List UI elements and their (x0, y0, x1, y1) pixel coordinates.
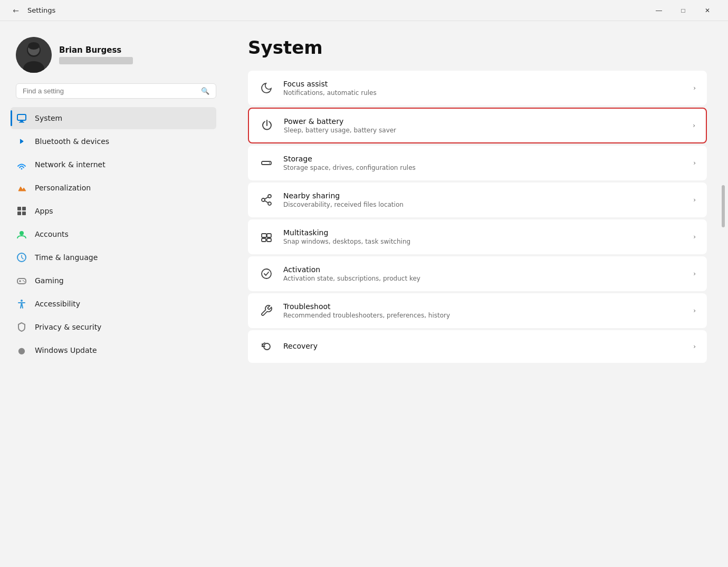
back-icon: ← (13, 6, 19, 15)
sidebar-item-label: Privacy & security (35, 323, 101, 331)
settings-item-text: Activation Activation state, subscriptio… (283, 265, 684, 282)
chevron-right-icon: › (693, 122, 695, 129)
svg-point-20 (21, 300, 23, 302)
sidebar-item-label: Gaming (35, 276, 64, 285)
svg-point-18 (23, 280, 24, 281)
settings-item-text: Recovery (283, 342, 684, 351)
svg-rect-12 (22, 212, 26, 215)
settings-item-title: Recovery (283, 342, 684, 350)
sidebar-item-label: Personalization (35, 184, 91, 192)
settings-item-title: Troubleshoot (283, 302, 684, 311)
svg-point-13 (20, 231, 24, 235)
sidebar-item-system[interactable]: System (11, 107, 216, 129)
personalization-icon (16, 182, 27, 194)
app-title: Settings (27, 6, 55, 14)
scrollbar-track[interactable] (722, 21, 725, 567)
settings-item-activation[interactable]: Activation Activation state, subscriptio… (248, 256, 707, 291)
sidebar-item-windows-update[interactable]: ● Windows Update (11, 339, 216, 361)
sharing-icon (259, 193, 274, 207)
recovery-icon (259, 339, 274, 354)
sidebar-item-label: Accessibility (35, 300, 80, 308)
power-icon (260, 118, 274, 133)
user-email (59, 57, 133, 64)
settings-item-troubleshoot[interactable]: Troubleshoot Recommended troubleshooters… (248, 293, 707, 328)
bluetooth-icon (16, 136, 27, 147)
search-icon: 🔍 (201, 87, 209, 95)
settings-item-recovery[interactable]: Recovery › (248, 330, 707, 363)
svg-point-30 (262, 269, 271, 278)
settings-item-nearby-sharing[interactable]: Nearby sharing Discoverability, received… (248, 182, 707, 217)
multitasking-icon (259, 229, 274, 244)
settings-item-subtitle: Notifications, automatic rules (283, 89, 684, 97)
settings-item-title: Multitasking (283, 228, 684, 237)
sidebar-item-apps[interactable]: Apps (11, 200, 216, 222)
settings-item-title: Power & battery (284, 117, 683, 126)
back-button[interactable]: ← (8, 3, 23, 18)
svg-rect-7 (19, 122, 24, 123)
app-container: Brian Burgess 🔍 System Bluetooth & devic… (0, 21, 728, 567)
svg-point-24 (262, 198, 265, 201)
sidebar-item-gaming[interactable]: Gaming (11, 270, 216, 292)
settings-item-power-battery[interactable]: Power & battery Sleep, battery usage, ba… (248, 108, 707, 143)
settings-item-storage[interactable]: Storage Storage space, drives, configura… (248, 146, 707, 180)
sidebar-item-bluetooth[interactable]: Bluetooth & devices (11, 130, 216, 152)
svg-rect-10 (22, 207, 26, 210)
chevron-right-icon: › (693, 84, 696, 92)
sidebar-item-label: Accounts (35, 230, 69, 238)
svg-rect-26 (262, 234, 266, 237)
maximize-button[interactable]: □ (671, 2, 695, 19)
search-box[interactable]: 🔍 (16, 83, 216, 99)
sidebar-item-network[interactable]: Network & internet (11, 153, 216, 176)
accounts-icon (16, 228, 27, 240)
settings-item-focus-assist[interactable]: Focus assist Notifications, automatic ru… (248, 71, 707, 105)
settings-item-multitasking[interactable]: Multitasking Snap windows, desktops, tas… (248, 219, 707, 254)
sidebar-item-label: Network & internet (35, 160, 106, 169)
sidebar-item-time[interactable]: Time & language (11, 246, 216, 268)
sidebar-item-accessibility[interactable]: Accessibility (11, 293, 216, 315)
windows-update-icon: ● (16, 344, 27, 356)
svg-rect-15 (17, 278, 26, 284)
search-input[interactable] (23, 87, 197, 95)
settings-item-subtitle: Sleep, battery usage, battery saver (284, 127, 683, 134)
settings-item-text: Storage Storage space, drives, configura… (283, 155, 684, 171)
user-section: Brian Burgess (11, 32, 227, 83)
nav-list: System Bluetooth & devices Network & int… (11, 107, 227, 361)
settings-item-subtitle: Storage space, drives, configuration rul… (283, 164, 684, 171)
chevron-right-icon: › (693, 196, 696, 204)
storage-icon (259, 156, 274, 170)
sidebar-item-label: Bluetooth & devices (35, 137, 109, 146)
system-icon (16, 112, 27, 124)
settings-item-text: Focus assist Notifications, automatic ru… (283, 80, 684, 97)
svg-rect-5 (17, 114, 26, 120)
svg-point-4 (28, 42, 40, 50)
chevron-right-icon: › (693, 159, 696, 167)
svg-point-22 (269, 162, 270, 164)
settings-item-title: Nearby sharing (283, 191, 684, 200)
svg-rect-6 (20, 121, 23, 122)
settings-item-text: Multitasking Snap windows, desktops, tas… (283, 228, 684, 245)
sidebar-item-personalization[interactable]: Personalization (11, 177, 216, 199)
svg-point-25 (268, 202, 271, 205)
accessibility-icon (16, 298, 27, 310)
focus-icon (259, 81, 274, 95)
activation-icon (259, 266, 274, 281)
sidebar-item-label: Apps (35, 207, 53, 215)
settings-item-text: Nearby sharing Discoverability, received… (283, 191, 684, 208)
sidebar-item-privacy[interactable]: Privacy & security (11, 316, 216, 338)
svg-rect-9 (17, 207, 21, 210)
settings-item-subtitle: Recommended troubleshooters, preferences… (283, 312, 684, 319)
avatar-image (16, 37, 52, 73)
window-controls: — □ ✕ (647, 2, 720, 19)
settings-item-text: Power & battery Sleep, battery usage, ba… (284, 117, 683, 134)
settings-item-title: Storage (283, 155, 684, 163)
svg-rect-27 (267, 234, 271, 237)
close-button[interactable]: ✕ (695, 2, 720, 19)
scrollbar-thumb[interactable] (722, 185, 725, 227)
user-info: Brian Burgess (59, 45, 216, 64)
apps-icon (16, 205, 27, 217)
sidebar-item-accounts[interactable]: Accounts (11, 223, 216, 245)
settings-item-subtitle: Discoverability, received files location (283, 201, 684, 208)
avatar (16, 37, 52, 73)
minimize-button[interactable]: — (647, 2, 671, 19)
page-title: System (248, 37, 707, 58)
